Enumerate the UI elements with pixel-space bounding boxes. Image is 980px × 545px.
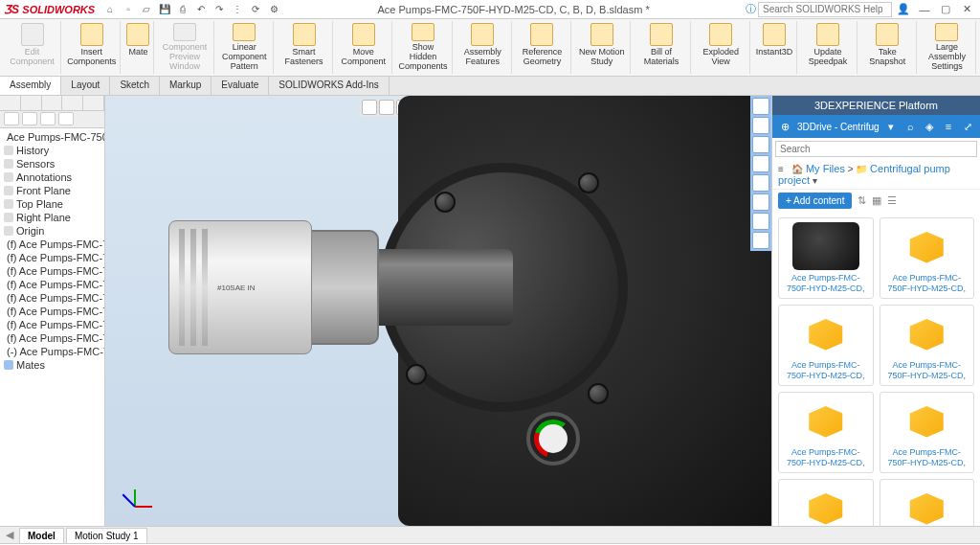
ribbon-mate[interactable]: Mate (122, 21, 154, 74)
rebuild-icon[interactable]: ⟳ (248, 2, 263, 17)
content-card[interactable]: Ace Pumps-FMC-750F-HYD-M25-CD, C, B, (778, 217, 874, 299)
tree-item[interactable]: (f) Ace Pumps-FMC-750F (2, 278, 102, 291)
settings-icon[interactable]: ⚙ (266, 2, 281, 17)
tree-item[interactable]: (-) Ace Pumps-FMC-750F (2, 345, 102, 358)
tab-assembly[interactable]: Assembly (0, 77, 61, 95)
file-explorer-icon[interactable] (752, 155, 769, 172)
ribbon-assembly-features[interactable]: Assembly Features (455, 21, 512, 74)
tree-item[interactable]: Annotations (2, 170, 102, 184)
command-tabs: AssemblyLayoutSketchMarkupEvaluateSOLIDW… (0, 77, 980, 96)
tab-markup[interactable]: Markup (160, 77, 212, 95)
pump-assembly-model[interactable]: #10SAE IN (264, 96, 771, 526)
ribbon-update-speedpak[interactable]: Update Speedpak (799, 21, 857, 74)
design-library-icon[interactable] (752, 136, 769, 153)
help-search-icon[interactable]: ⓘ (746, 2, 756, 16)
ribbon-move-component[interactable]: Move Component (335, 21, 392, 74)
feature-tree[interactable]: Ace Pumps-FMC-750F-HYD-IHistorySensorsAn… (0, 128, 104, 374)
pressure-gauge (526, 412, 580, 466)
redo-icon[interactable]: ↷ (212, 2, 227, 17)
custom-props-icon[interactable] (752, 213, 769, 230)
tree-tabs[interactable] (0, 96, 104, 111)
tree-item[interactable]: History (2, 144, 102, 157)
ribbon-new-motion-study[interactable]: New Motion Study (573, 21, 631, 74)
tab-sketch[interactable]: Sketch (110, 77, 160, 95)
list-view-icon[interactable]: ☰ (887, 194, 897, 207)
feature-tree-panel: Ace Pumps-FMC-750F-HYD-IHistorySensorsAn… (0, 96, 105, 526)
ribbon-linear-component-pattern[interactable]: Linear Component Pattern (216, 21, 274, 74)
tree-item[interactable]: (f) Ace Pumps-FMC-750F (2, 318, 102, 331)
content-grid: Ace Pumps-FMC-750F-HYD-M25-CD, C, B,Ace … (772, 212, 980, 526)
ribbon-insert-components[interactable]: Insert Components (63, 21, 121, 74)
chevron-down-icon[interactable]: ▾ (884, 121, 898, 133)
tree-item[interactable]: Origin (2, 224, 102, 238)
task-pane-tabs[interactable] (750, 96, 771, 251)
content-card[interactable]: Ace Pumps-FMC-750F-HYD-M25-CD, C, B, (880, 392, 975, 473)
tab-layout[interactable]: Layout (61, 77, 110, 95)
tab-solidworks-add-ins[interactable]: SOLIDWORKS Add-Ins (269, 77, 389, 95)
maximize-button[interactable]: ▢ (936, 3, 955, 15)
new-icon[interactable]: ▫ (121, 2, 136, 17)
graphics-viewport[interactable]: #10SAE IN (105, 96, 771, 526)
tree-item[interactable]: (f) Ace Pumps-FMC-750F (2, 331, 102, 345)
content-card[interactable]: Ace Pumps-FMC-750F-HYD-M25-CD, C, B, (880, 479, 975, 526)
tree-item[interactable]: (f) Ace Pumps-FMC-750F (2, 305, 102, 318)
tree-item[interactable]: Right Plane (2, 211, 102, 224)
main-area: Ace Pumps-FMC-750F-HYD-IHistorySensorsAn… (0, 96, 980, 526)
home-icon[interactable]: ⌂ (102, 2, 118, 17)
tree-filter-bar[interactable] (0, 111, 104, 128)
orientation-triad[interactable] (115, 478, 153, 516)
undo-icon[interactable]: ↶ (193, 2, 209, 17)
motor-component[interactable]: #10SAE IN (168, 220, 312, 354)
tree-item[interactable]: (f) Ace Pumps-FMC-750F (2, 251, 102, 264)
sort-icon[interactable]: ⇅ (858, 194, 866, 207)
tree-item[interactable]: Top Plane (2, 197, 102, 211)
tag-icon[interactable]: ◈ (923, 121, 936, 133)
ribbon-show-hidden-components[interactable]: Show Hidden Components (394, 21, 452, 74)
tabs-scroll-left-icon[interactable]: ◀ (6, 529, 13, 541)
view-palette-icon[interactable] (752, 174, 769, 192)
menu-icon[interactable]: ≡ (942, 121, 955, 132)
tree-item[interactable]: Sensors (2, 157, 102, 170)
ribbon-smart-fasteners[interactable]: Smart Fasteners (276, 21, 333, 74)
close-button[interactable]: ✕ (957, 3, 976, 15)
tree-item[interactable]: (f) Ace Pumps-FMC-750F (2, 291, 102, 305)
content-card[interactable]: Ace Pumps-FMC-750F-HYD-M25-CD, C, B, (880, 305, 975, 386)
expand-icon[interactable]: ⤢ (961, 121, 974, 133)
search-icon[interactable]: ⌕ (903, 121, 917, 132)
content-card[interactable]: Ace Pumps-FMC-750F-HYD-M25-CD, C, B, (778, 305, 874, 386)
tree-item[interactable]: (f) Ace Pumps-FMC-750F (2, 238, 102, 251)
ribbon-bill-of-materials[interactable]: Bill of Materials (633, 21, 690, 74)
options-icon[interactable]: ⋮ (230, 2, 245, 17)
app-logo: ƷS SOLIDWORKS (4, 3, 95, 16)
ribbon-instant3d[interactable]: Instant3D (752, 21, 798, 74)
content-card[interactable]: Ace Pumps-FMC-750F-HYD-M25-CD, C, B, (778, 479, 874, 526)
tree-item[interactable]: Front Plane (2, 184, 102, 197)
grid-view-icon[interactable]: ▦ (872, 194, 881, 207)
appearances-tab-icon[interactable] (752, 193, 769, 211)
tree-item[interactable]: (f) Ace Pumps-FMC-750F (2, 264, 102, 278)
help-search-input[interactable] (758, 2, 892, 17)
print-icon[interactable]: ⎙ (175, 2, 190, 17)
ribbon-take-snapshot[interactable]: Take Snapshot (859, 21, 917, 74)
content-card[interactable]: Ace Pumps-FMC-750F-HYD-M25-CD, C, B, (880, 217, 975, 299)
ribbon-exploded-view[interactable]: Exploded View (693, 21, 750, 74)
resources-tab-icon[interactable] (752, 117, 769, 134)
breadcrumb[interactable]: ≡ 🏠 My Files > 📁 Centrifugal pump projec… (772, 160, 980, 190)
tab-evaluate[interactable]: Evaluate (212, 77, 269, 95)
bottom-tab-model[interactable]: Model (19, 528, 64, 544)
tree-item[interactable]: Ace Pumps-FMC-750F-HYD-I (2, 130, 102, 144)
save-icon[interactable]: 💾 (157, 2, 172, 17)
ribbon-large-assembly-settings[interactable]: Large Assembly Settings (919, 21, 976, 74)
home-tab-icon[interactable] (752, 98, 769, 115)
panel-search-input[interactable] (775, 141, 977, 157)
ribbon-reference-geometry[interactable]: Reference Geometry (514, 21, 571, 74)
minimize-button[interactable]: — (915, 4, 934, 15)
content-card[interactable]: Ace Pumps-FMC-750F-HYD-M25-CD, C, B, (778, 392, 874, 473)
compass-icon[interactable]: ⊕ (778, 121, 791, 133)
forum-icon[interactable] (752, 232, 769, 249)
open-icon[interactable]: ▱ (139, 2, 154, 17)
tree-item[interactable]: Mates (2, 358, 102, 372)
add-content-button[interactable]: + Add content (778, 193, 852, 209)
user-icon[interactable]: 👤 (894, 3, 913, 15)
bottom-tab-motion-study-1[interactable]: Motion Study 1 (66, 528, 147, 544)
